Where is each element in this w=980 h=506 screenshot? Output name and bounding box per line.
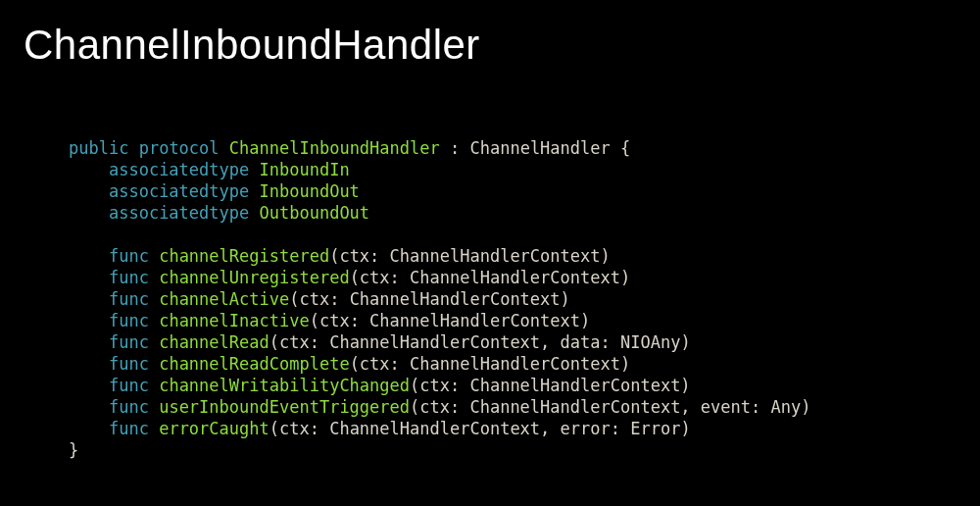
func-signature: (ctx: ChannelHandlerContext) [350,354,631,374]
func-name: channelReadComplete [159,354,349,374]
func-signature: (ctx: ChannelHandlerContext, event: Any) [410,397,810,417]
keyword-func: func [109,332,149,352]
func-name: channelRegistered [159,246,329,266]
colon: : [440,138,470,158]
brace-open: { [611,138,630,158]
keyword-func: func [109,419,149,438]
func-signature: (ctx: ChannelHandlerContext, error: Erro… [270,419,691,438]
keyword-func: func [109,376,149,395]
func-signature: (ctx: ChannelHandlerContext) [289,289,570,309]
assoc-type: OutboundOut [260,203,370,223]
assoc-type: InboundIn [260,160,350,179]
func-name: channelInactive [159,311,310,330]
keyword-func: func [109,289,149,309]
func-name: errorCaught [159,419,270,438]
keyword-associatedtype: associatedtype [109,203,249,223]
keyword-associatedtype: associatedtype [109,181,249,201]
keyword-func: func [109,397,149,417]
func-name: channelWritabilityChanged [159,376,410,395]
slide-title: ChannelInboundHandler [24,22,480,69]
protocol-name: ChannelInboundHandler [229,138,440,158]
keyword-func: func [109,354,149,374]
keyword-func: func [109,311,149,330]
func-name: channelActive [159,289,289,309]
func-signature: (ctx: ChannelHandlerContext) [350,268,631,287]
keyword-public: public [69,138,128,158]
keyword-protocol: protocol [139,138,220,158]
func-signature: (ctx: ChannelHandlerContext, data: NIOAn… [270,332,691,352]
func-name: channelUnregistered [159,268,349,287]
func-signature: (ctx: ChannelHandlerContext) [329,246,611,266]
super-type: ChannelHandler [469,138,610,158]
func-name: channelRead [159,332,270,352]
func-signature: (ctx: ChannelHandlerContext) [310,311,591,330]
code-block: public protocol ChannelInboundHandler : … [69,137,810,461]
keyword-associatedtype: associatedtype [109,160,249,179]
func-signature: (ctx: ChannelHandlerContext) [410,376,691,395]
keyword-func: func [109,246,149,266]
brace-close: } [69,440,78,460]
assoc-type: InboundOut [260,181,360,201]
func-name: userInboundEventTriggered [159,397,410,417]
keyword-func: func [109,268,149,287]
